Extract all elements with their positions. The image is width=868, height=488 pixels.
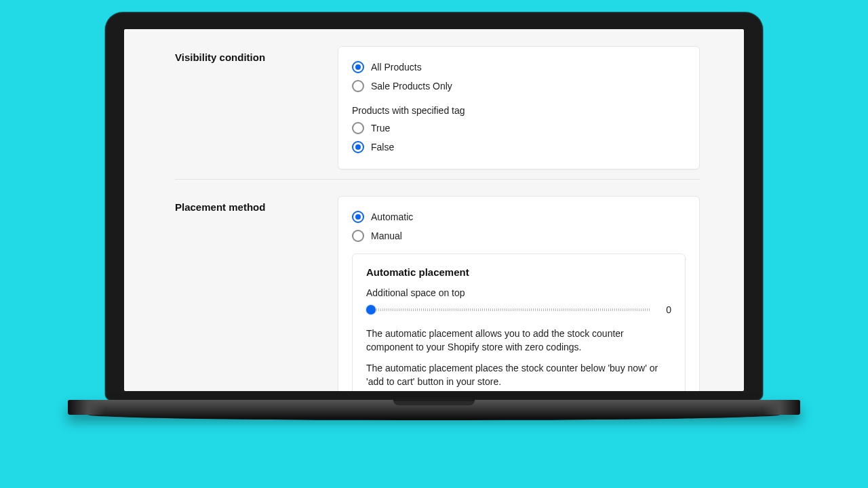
- visibility-card: All Products Sale Products Only Products…: [338, 46, 700, 169]
- placement-card: Automatic Manual Automatic placement Add…: [338, 196, 700, 391]
- placement-heading: Placement method: [175, 201, 338, 213]
- laptop-lid: Visibility condition All Products Sale P…: [105, 12, 763, 401]
- radio-sale-products-only[interactable]: Sale Products Only: [352, 77, 686, 96]
- radio-label: False: [371, 142, 394, 152]
- slider-row: 0: [366, 304, 671, 316]
- section-placement: Placement method Automatic Manual Autom: [175, 196, 700, 391]
- laptop-notch: [393, 400, 475, 405]
- section-divider: [175, 179, 700, 180]
- tag-group-label: Products with specified tag: [352, 105, 686, 116]
- slider-thumb[interactable]: [366, 305, 376, 314]
- automatic-placement-title: Automatic placement: [366, 266, 671, 278]
- laptop-foot: [88, 415, 780, 420]
- help-text-2: The automatic placement places the stock…: [366, 361, 671, 389]
- radio-tag-true[interactable]: True: [352, 119, 686, 138]
- radio-tag-false[interactable]: False: [352, 138, 686, 157]
- radio-icon: [352, 211, 364, 223]
- radio-automatic[interactable]: Automatic: [352, 207, 686, 226]
- radio-label: All Products: [371, 62, 422, 73]
- settings-page: Visibility condition All Products Sale P…: [124, 29, 744, 391]
- automatic-placement-card: Automatic placement Additional space on …: [352, 253, 686, 391]
- radio-label: Sale Products Only: [371, 81, 452, 92]
- radio-label: Manual: [371, 230, 402, 241]
- slider-label: Additional space on top: [366, 287, 671, 298]
- laptop-base: [105, 400, 763, 439]
- radio-icon: [352, 61, 364, 73]
- radio-all-products[interactable]: All Products: [352, 58, 686, 77]
- space-on-top-slider[interactable]: [366, 304, 651, 316]
- section-title-placement: Placement method: [175, 196, 338, 213]
- laptop-frame: Visibility condition All Products Sale P…: [105, 12, 763, 439]
- radio-label: Automatic: [371, 211, 413, 222]
- slider-track: [366, 308, 651, 311]
- section-title-visibility: Visibility condition: [175, 46, 338, 63]
- radio-manual[interactable]: Manual: [352, 226, 686, 245]
- radio-icon: [352, 141, 364, 153]
- screen: Visibility condition All Products Sale P…: [124, 29, 744, 391]
- radio-icon: [352, 230, 364, 242]
- radio-icon: [352, 80, 364, 92]
- laptop-hinge: [68, 400, 800, 415]
- radio-icon: [352, 122, 364, 134]
- slider-value: 0: [663, 304, 671, 315]
- help-text-1: The automatic placement allows you to ad…: [366, 327, 671, 354]
- section-visibility: Visibility condition All Products Sale P…: [175, 46, 700, 179]
- visibility-heading: Visibility condition: [175, 52, 338, 63]
- radio-label: True: [371, 123, 390, 134]
